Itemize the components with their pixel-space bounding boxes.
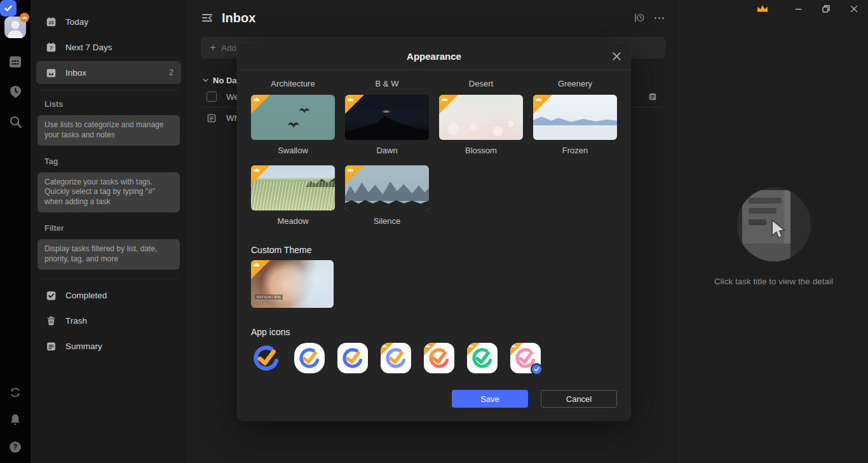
search-icon[interactable] bbox=[7, 113, 24, 130]
focus-clock-icon[interactable] bbox=[7, 83, 24, 100]
titlebar-controls bbox=[756, 0, 868, 18]
notifications-bell-icon[interactable] bbox=[7, 411, 24, 428]
plus-icon: + bbox=[210, 41, 216, 54]
theme-thumbnail bbox=[345, 165, 429, 211]
task-detail-panel: Click task title to view the detail bbox=[679, 0, 868, 463]
app-icon-option-pink-pro-selected[interactable] bbox=[510, 343, 541, 373]
tag-hint-box: Categorize your tasks with tags. Quickly… bbox=[37, 172, 180, 212]
task-checkbox[interactable] bbox=[207, 92, 217, 102]
note-icon bbox=[207, 113, 217, 123]
app-window: 23 Today 7 Next 7 Days Inbox 2 Lists Use… bbox=[0, 0, 868, 463]
theme-thumbnail bbox=[345, 95, 429, 140]
inbox-icon bbox=[46, 67, 57, 78]
custom-theme-caption: NATSUKI RIN bbox=[255, 294, 283, 300]
cancel-button[interactable]: Cancel bbox=[541, 390, 617, 408]
page-title: Inbox bbox=[222, 11, 255, 25]
pro-crown-badge-icon bbox=[345, 165, 364, 184]
note-indicator-icon bbox=[648, 92, 657, 101]
tasks-check-icon[interactable] bbox=[0, 0, 17, 17]
save-button[interactable]: Save bbox=[452, 390, 528, 408]
sidebar-item-label: Summary bbox=[65, 342, 102, 351]
calendar-today-icon: 23 bbox=[46, 17, 57, 27]
app-icon-option-periwinkle-pro[interactable] bbox=[381, 343, 411, 373]
sidebar-item-summary[interactable]: Summary bbox=[36, 335, 181, 358]
app-icon-option-white-tile[interactable] bbox=[337, 343, 368, 373]
pro-crown-badge-icon bbox=[345, 95, 364, 114]
app-rail bbox=[0, 0, 31, 463]
sidebar-divider bbox=[38, 279, 178, 279]
summary-icon bbox=[46, 341, 57, 352]
app-icon-option-green-pro[interactable] bbox=[467, 343, 498, 373]
sidebar-item-inbox[interactable]: Inbox 2 bbox=[36, 61, 181, 84]
sidebar-item-today[interactable]: 23 Today bbox=[36, 10, 181, 33]
theme-option-frozen[interactable]: Frozen bbox=[533, 95, 617, 155]
chevron-down-icon bbox=[202, 77, 209, 84]
pro-crown-badge-icon bbox=[533, 95, 552, 114]
cursor-arrow-icon bbox=[769, 219, 788, 241]
user-avatar[interactable] bbox=[4, 17, 26, 38]
svg-text:7: 7 bbox=[50, 45, 53, 51]
custom-theme-thumbnail: NATSUKI RIN bbox=[251, 260, 334, 308]
sidebar-item-completed[interactable]: Completed bbox=[36, 284, 181, 307]
theme-option-meadow[interactable]: Meadow bbox=[251, 165, 335, 226]
sidebar-item-label: Inbox bbox=[65, 68, 86, 78]
theme-thumbnail bbox=[439, 95, 523, 140]
app-icon-option-white-circle[interactable] bbox=[294, 343, 325, 373]
inbox-count-badge: 2 bbox=[169, 68, 173, 77]
empty-state-illustration bbox=[737, 188, 811, 261]
minimize-icon[interactable] bbox=[784, 0, 812, 18]
sidebar-section-tag[interactable]: Tag bbox=[44, 157, 180, 166]
theme-option-dawn[interactable]: Dawn bbox=[345, 95, 429, 155]
sync-icon[interactable] bbox=[7, 384, 24, 401]
pro-crown-badge-icon bbox=[251, 95, 270, 114]
sidebar: 23 Today 7 Next 7 Days Inbox 2 Lists Use… bbox=[31, 0, 186, 463]
sidebar-item-label: Today bbox=[65, 17, 88, 27]
lists-hint-box: Use lists to categorize and manage your … bbox=[37, 115, 180, 146]
theme-name-desert: Desert bbox=[439, 79, 523, 88]
app-icon-option-classic[interactable] bbox=[251, 343, 281, 373]
theme-thumbnail bbox=[251, 165, 335, 211]
svg-text:23: 23 bbox=[48, 20, 53, 25]
theme-option-blossom[interactable]: Blossom bbox=[439, 95, 523, 155]
more-options-icon[interactable] bbox=[653, 15, 665, 22]
theme-name-b-and-w: B & W bbox=[345, 79, 429, 88]
dialog-title: Appearance bbox=[407, 51, 461, 62]
pro-crown-badge-icon bbox=[251, 260, 270, 279]
sidebar-section-filter[interactable]: Filter bbox=[44, 224, 180, 233]
premium-crown-badge-icon bbox=[20, 13, 29, 22]
theme-thumbnail bbox=[533, 95, 617, 140]
theme-option-swallow[interactable]: Swallow bbox=[251, 95, 335, 155]
theme-name-architecture: Architecture bbox=[251, 79, 335, 88]
theme-thumbnail bbox=[251, 95, 335, 140]
sidebar-item-label: Trash bbox=[65, 316, 87, 326]
sidebar-section-lists[interactable]: Lists bbox=[44, 100, 180, 109]
sidebar-item-trash[interactable]: Trash bbox=[36, 310, 181, 333]
filter-hint-box: Display tasks filtered by list, date, pr… bbox=[37, 239, 180, 270]
custom-theme-heading: Custom Theme bbox=[251, 245, 617, 255]
calendar-icon[interactable] bbox=[7, 53, 24, 70]
appearance-dialog: Appearance Architecture B & W Desert Gre… bbox=[237, 43, 631, 421]
sidebar-item-next-7-days[interactable]: 7 Next 7 Days bbox=[36, 36, 181, 59]
collapse-sidebar-icon[interactable] bbox=[201, 11, 214, 24]
dialog-close-icon[interactable] bbox=[611, 51, 622, 62]
close-icon[interactable] bbox=[840, 0, 868, 18]
sidebar-item-label: Completed bbox=[65, 291, 107, 300]
trash-icon bbox=[46, 315, 57, 326]
theme-name-greenery: Greenery bbox=[533, 79, 617, 88]
app-icon-option-sunset-pro[interactable] bbox=[424, 343, 454, 373]
help-icon[interactable] bbox=[7, 439, 24, 455]
empty-state-text: Click task title to view the detail bbox=[679, 277, 868, 286]
sidebar-divider bbox=[38, 90, 178, 91]
app-icons-heading: App icons bbox=[251, 327, 617, 337]
pro-crown-badge-icon bbox=[439, 95, 458, 114]
calendar-week-icon: 7 bbox=[46, 42, 57, 53]
theme-option-silence[interactable]: Silence bbox=[345, 165, 429, 226]
restore-icon[interactable] bbox=[812, 0, 840, 18]
completed-icon bbox=[46, 290, 57, 301]
hide-completed-clock-icon[interactable] bbox=[634, 12, 645, 24]
custom-theme-option[interactable]: NATSUKI RIN bbox=[251, 260, 334, 308]
sidebar-item-label: Next 7 Days bbox=[65, 43, 112, 52]
selected-check-badge-icon bbox=[531, 363, 543, 375]
premium-crown-icon[interactable] bbox=[756, 4, 769, 14]
